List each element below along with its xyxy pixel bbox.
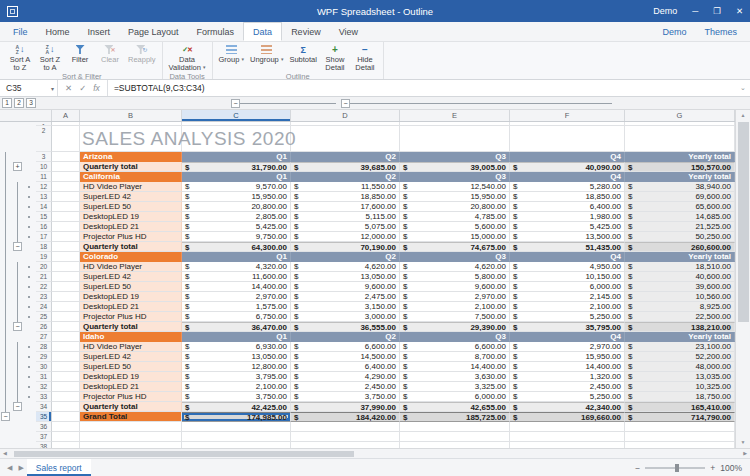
tab-home[interactable]: Home [37,22,79,41]
cell[interactable]: $9,600.00 [400,282,510,292]
cell[interactable]: $5,115.00 [291,212,400,222]
cell[interactable]: SuperLED 50 [80,282,182,292]
cell[interactable]: $2,100.00 [400,302,510,312]
cell[interactable] [52,232,80,242]
cell[interactable]: $7,500.00 [400,312,510,322]
cell[interactable]: $138,210.00 [625,322,735,332]
row-header[interactable]: 35 [36,412,52,422]
cell[interactable] [80,432,182,442]
cell[interactable] [52,392,80,402]
cell[interactable] [52,352,80,362]
cell[interactable]: $1,980.00 [510,212,625,222]
row-header[interactable]: 31 [36,372,52,382]
cell[interactable]: $18,750.00 [625,392,735,402]
cell[interactable]: Q2 [291,172,400,182]
cell[interactable] [52,432,80,442]
cell[interactable]: $185,725.00 [400,412,510,422]
cell[interactable]: $35,795.00 [510,322,625,332]
cell[interactable]: $17,600.00 [291,202,400,212]
cell[interactable]: California [80,172,182,182]
cell[interactable]: $5,425.00 [510,222,625,232]
tab-file[interactable]: File [4,22,37,41]
cell[interactable]: $6,600.00 [291,342,400,352]
cell[interactable]: $9,750.00 [182,232,291,242]
cell[interactable]: $5,425.00 [182,222,291,232]
cell[interactable]: $40,600.00 [625,272,735,282]
cell[interactable]: Yearly total [625,152,735,162]
cell[interactable]: $2,450.00 [510,382,625,392]
cell[interactable]: $2,805.00 [182,212,291,222]
cell[interactable] [52,412,80,422]
cell[interactable] [291,126,400,152]
cell[interactable]: Quarterly total [80,402,182,412]
cell[interactable] [52,312,80,322]
outline-expand-button[interactable]: + [13,162,22,171]
cell[interactable]: $2,100.00 [510,302,625,312]
minimize-button[interactable]: ─ [692,6,698,16]
row-header[interactable]: 12 [36,182,52,192]
cell[interactable]: $6,400.00 [291,362,400,372]
tab-formulas[interactable]: Formulas [188,22,244,41]
scroll-up-icon[interactable]: ▲ [741,110,746,121]
cell[interactable]: $18,850.00 [510,192,625,202]
cell[interactable] [52,252,80,262]
cell[interactable]: $39,600.00 [625,282,735,292]
cell[interactable] [52,192,80,202]
sheet-nav-prev-icon[interactable]: ◀ [4,464,15,472]
reapply-filter-button[interactable]: ↻ Reapply [125,43,159,64]
cell[interactable]: Yearly total [625,252,735,262]
cell[interactable]: $14,685.00 [625,212,735,222]
cell[interactable]: $10,325.00 [625,382,735,392]
cell[interactable]: Q4 [510,252,625,262]
cell[interactable]: $11,600.00 [182,272,291,282]
column-outline-collapse-button[interactable]: − [341,99,350,108]
cell[interactable]: $22,500.00 [625,312,735,322]
cell[interactable]: $37,990.00 [291,402,400,412]
cell[interactable]: $14,400.00 [182,282,291,292]
cell[interactable]: Quarterly total [80,322,182,332]
cell[interactable]: $70,190.00 [291,242,400,252]
cell[interactable]: Q2 [291,152,400,162]
column-header-g[interactable]: G [625,110,735,121]
cell[interactable]: $15,950.00 [510,352,625,362]
cell[interactable]: $150,570.00 [625,162,735,172]
sheet-nav-next-icon[interactable]: ▶ [15,464,26,472]
cell[interactable]: Q2 [291,332,400,342]
cell[interactable]: $2,970.00 [182,292,291,302]
cell[interactable]: $3,150.00 [291,302,400,312]
cell[interactable] [52,422,80,432]
cell[interactable] [510,422,625,432]
cell[interactable]: $74,675.00 [400,242,510,252]
formula-input[interactable]: =SUBTOTAL(9,C3:C34) [108,80,736,96]
row-header[interactable]: 20 [36,262,52,272]
cell[interactable]: $15,950.00 [182,192,291,202]
cell[interactable]: $12,540.00 [400,182,510,192]
cell[interactable]: $5,250.00 [510,312,625,322]
subtotal-button[interactable]: Σ Subtotal [286,43,320,64]
cell[interactable]: DesktopLED 19 [80,372,182,382]
scroll-right-icon[interactable]: ▶ [743,449,747,458]
row-header[interactable]: 26 [36,322,52,332]
cell[interactable]: $6,400.00 [510,202,625,212]
cell[interactable] [625,422,735,432]
cell[interactable]: $2,970.00 [510,342,625,352]
cell[interactable]: $39,005.00 [400,162,510,172]
cell[interactable]: $1,575.00 [182,302,291,312]
cell[interactable]: $1,320.00 [510,372,625,382]
zoom-slider-thumb[interactable] [675,464,679,472]
selected-cell[interactable]: $174,985.00 [182,412,291,422]
cell[interactable]: $42,655.00 [400,402,510,412]
zoom-out-button[interactable]: − [635,463,640,473]
tab-demo[interactable]: Demo [653,22,695,41]
row-header[interactable]: 23 [36,292,52,302]
cell[interactable]: $8,700.00 [400,352,510,362]
row-header[interactable]: 14 [36,202,52,212]
cell[interactable]: $21,525.00 [625,222,735,232]
cell[interactable]: $4,290.00 [291,372,400,382]
cell[interactable]: $165,410.00 [625,402,735,412]
row-header[interactable]: 36 [36,422,52,432]
select-all-corner[interactable] [0,110,52,121]
cell[interactable]: SuperLED 42 [80,192,182,202]
outline-collapse-button[interactable]: − [13,242,22,251]
cell[interactable]: Arizona [80,152,182,162]
